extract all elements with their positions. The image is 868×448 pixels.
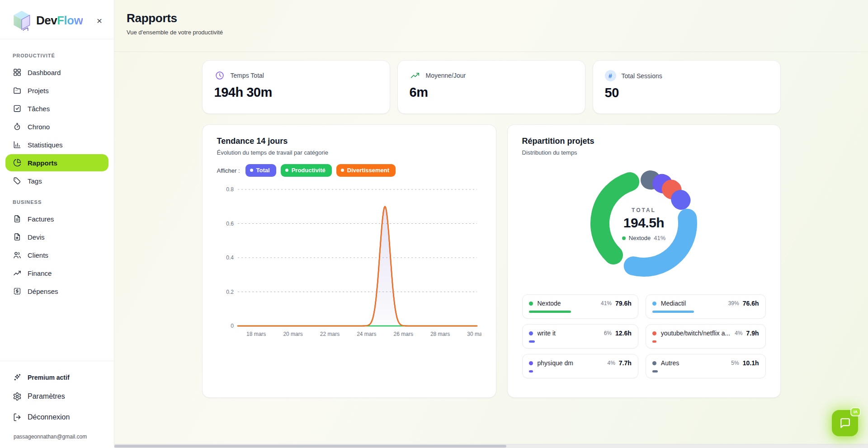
sidebar-item-devis[interactable]: Devis — [5, 228, 108, 245]
pill-dot-icon — [250, 169, 253, 172]
stat-card-total-sessions: # Total Sessions 50 — [593, 60, 781, 114]
logo-row: DevFlow × — [0, 0, 114, 39]
trend-line-chart: 00.20.40.60.818 mars20 mars22 mars24 mar… — [217, 181, 481, 342]
project-hours: 7.9h — [746, 330, 759, 337]
rapports-icon — [13, 158, 22, 167]
sidebar-item-label: Projets — [28, 87, 49, 94]
sidebar-item-statistiques[interactable]: Statistiques — [5, 136, 108, 153]
svg-text:26 mars: 26 mars — [393, 331, 413, 337]
filter-pill-divertissement[interactable]: Divertissement — [336, 164, 396, 177]
page-subtitle: Vue d'ensemble de votre productivité — [127, 29, 850, 36]
stat-label: Temps Total — [231, 72, 264, 79]
devis-icon — [13, 232, 22, 241]
project-hours: 7.7h — [619, 359, 632, 367]
filter-pill-total[interactable]: Total — [245, 164, 276, 177]
project-name: Autres — [661, 359, 727, 367]
project-dot-icon — [652, 361, 656, 365]
sidebar-item-factures[interactable]: Factures — [5, 210, 108, 227]
project-name: write it — [538, 330, 599, 337]
project-legend-item[interactable]: physique dm 4% 7.7h — [522, 354, 638, 378]
project-percent: 6% — [604, 330, 612, 336]
project-name: youtube/twitch/netflix a... — [661, 330, 730, 337]
settings-button[interactable]: Paramètres — [5, 387, 108, 406]
logout-label: Déconnexion — [28, 413, 70, 421]
chat-bubble-icon — [839, 417, 851, 429]
taches-icon — [13, 104, 22, 113]
trend-title: Tendance 14 jours — [217, 137, 481, 146]
page-header: Rapports Vue d'ensemble de votre product… — [114, 0, 868, 52]
donut-chart: TOTAL 194.5h Nextode 41% — [583, 162, 705, 286]
stats-row: Temps Total 194h 30m Moyenne/Jour 6m # T… — [202, 60, 781, 114]
sidebar-item-label: Chrono — [28, 123, 50, 131]
svg-text:0.6: 0.6 — [226, 221, 234, 227]
chat-assistant-button[interactable]: IA — [832, 410, 858, 436]
project-dot-icon — [652, 302, 656, 306]
project-percent: 41% — [601, 300, 612, 307]
stat-value: 194h 30m — [214, 85, 378, 100]
project-legend-item[interactable]: youtube/twitch/netflix a... 4% 7.9h — [646, 324, 766, 349]
sidebar-item-taches[interactable]: Tâches — [5, 100, 108, 117]
donut-subtitle: Distribution du temps — [522, 149, 766, 156]
svg-text:18 mars: 18 mars — [246, 331, 266, 337]
sidebar-item-label: Finance — [28, 269, 52, 277]
sidebar-item-dashboard[interactable]: Dashboard — [5, 64, 108, 81]
svg-text:0: 0 — [231, 323, 234, 329]
svg-text:22 mars: 22 mars — [320, 331, 339, 337]
sidebar-footer: Premium actif Paramètres Déconnexion pas… — [0, 361, 114, 448]
donut-title: Répartition projets — [522, 137, 766, 146]
trend-subtitle: Évolution du temps de travail par catégo… — [217, 149, 481, 156]
project-legend-item[interactable]: Mediactil 39% 76.6h — [646, 294, 766, 319]
logout-button[interactable]: Déconnexion — [5, 407, 108, 427]
tags-icon — [13, 176, 22, 185]
sidebar-item-rapports[interactable]: Rapports — [5, 154, 108, 171]
filter-pill-productivité[interactable]: Productivité — [281, 164, 332, 177]
project-dot-icon — [529, 302, 533, 306]
sidebar-item-label: Rapports — [28, 159, 57, 167]
project-percent: 39% — [728, 300, 739, 307]
project-percent: 4% — [607, 360, 615, 366]
clients-icon — [13, 250, 22, 259]
project-legend-item[interactable]: write it 6% 12.6h — [522, 324, 638, 349]
project-legend-item[interactable]: Autres 5% 10.1h — [646, 354, 766, 378]
sidebar-item-tags[interactable]: Tags — [5, 172, 108, 189]
project-progress-bar — [652, 370, 658, 373]
svg-text:24 mars: 24 mars — [357, 331, 376, 337]
scrollbar-thumb[interactable] — [114, 445, 506, 448]
sidebar-item-label: Devis — [28, 233, 45, 241]
sidebar-close-icon[interactable]: × — [95, 15, 104, 26]
sidebar-item-projets[interactable]: Projets — [5, 82, 108, 99]
horizontal-scrollbar[interactable] — [114, 444, 868, 448]
settings-label: Paramètres — [28, 392, 65, 401]
premium-label: Premium actif — [28, 374, 70, 381]
clock-icon — [214, 70, 225, 81]
finance-icon — [13, 269, 22, 278]
project-name: physique dm — [538, 359, 603, 367]
project-hours: 12.6h — [615, 330, 632, 337]
svg-text:20 mars: 20 mars — [283, 331, 302, 337]
sidebar-item-clients[interactable]: Clients — [5, 246, 108, 264]
project-dot-icon — [529, 331, 533, 335]
project-progress-bar — [652, 340, 656, 343]
filter-label: Afficher : — [217, 167, 240, 174]
premium-status[interactable]: Premium actif — [5, 369, 108, 386]
project-progress-bar — [529, 311, 571, 313]
logout-icon — [13, 413, 22, 422]
main-area: Rapports Vue d'ensemble de votre product… — [114, 0, 868, 448]
charts-row: Tendance 14 jours Évolution du temps de … — [202, 124, 781, 398]
factures-icon — [13, 214, 22, 223]
project-legend-item[interactable]: Nextode 41% 79.6h — [522, 294, 638, 319]
project-dot-icon — [529, 361, 533, 365]
sidebar-item-chrono[interactable]: Chrono — [5, 118, 108, 135]
stat-value: 50 — [605, 85, 769, 100]
pill-dot-icon — [285, 169, 288, 172]
sidebar-item-finance[interactable]: Finance — [5, 264, 108, 282]
page-title: Rapports — [127, 11, 850, 25]
nav-section-label: PRODUCTIVITÉ — [5, 44, 109, 63]
project-name: Nextode — [538, 300, 596, 307]
sidebar-item-label: Tags — [28, 177, 42, 185]
stat-label: Total Sessions — [622, 72, 662, 80]
chrono-icon — [13, 122, 22, 131]
sidebar-item-depenses[interactable]: Dépenses — [5, 283, 108, 300]
sidebar-item-label: Statistiques — [28, 141, 63, 149]
projets-icon — [13, 86, 22, 95]
